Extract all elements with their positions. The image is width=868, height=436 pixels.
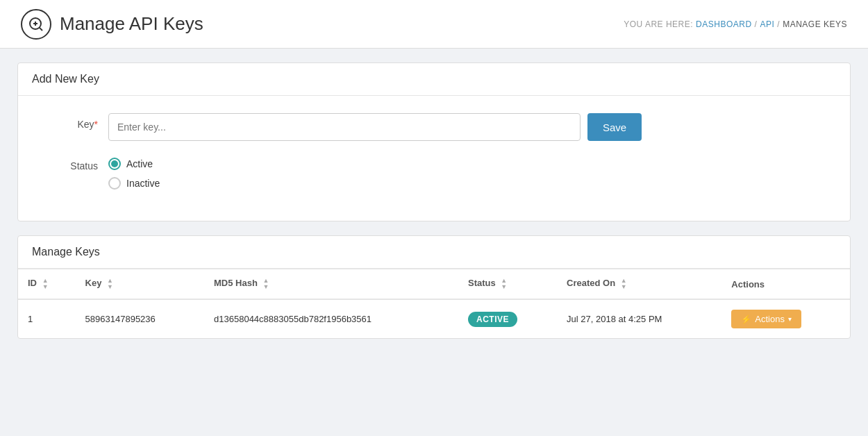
- status-label: Status: [39, 155, 108, 171]
- add-key-card-header: Add New Key: [18, 63, 850, 96]
- col-created-on[interactable]: Created On ▲▼: [557, 269, 721, 300]
- add-key-card: Add New Key Key* Save Status Active: [17, 62, 851, 221]
- header-left: Manage API Keys: [21, 9, 203, 40]
- cell-actions: ⚡ Actions ▾: [721, 299, 850, 338]
- radio-inactive-input[interactable]: [108, 177, 121, 190]
- col-md5hash[interactable]: MD5 Hash ▲▼: [204, 269, 458, 300]
- required-star: *: [94, 119, 98, 130]
- col-status[interactable]: Status ▲▼: [458, 269, 557, 300]
- sort-md5-icon: ▲▼: [263, 278, 269, 290]
- col-id[interactable]: ID ▲▼: [18, 269, 76, 300]
- manage-keys-card: Manage Keys ID ▲▼ Key ▲▼ MD5: [17, 235, 851, 339]
- breadcrumb-dashboard[interactable]: Dashboard: [696, 19, 752, 29]
- cell-created-on: Jul 27, 2018 at 4:25 PM: [557, 299, 721, 338]
- status-badge: ACTIVE: [468, 312, 517, 327]
- radio-inactive[interactable]: Inactive: [108, 177, 160, 190]
- manage-keys-title: Manage Keys: [32, 246, 100, 258]
- cell-id: 1: [18, 299, 76, 338]
- caret-down-icon: ▾: [788, 315, 792, 323]
- table-row: 1 58963147895236 d13658044c8883055db782f…: [18, 299, 850, 338]
- breadcrumb-prefix: YOU ARE HERE:: [624, 19, 693, 29]
- table-body: 1 58963147895236 d13658044c8883055db782f…: [18, 299, 850, 338]
- page-icon: [21, 9, 51, 40]
- table-header-row: ID ▲▼ Key ▲▼ MD5 Hash ▲▼ Status: [18, 269, 850, 300]
- radio-active-label: Active: [126, 158, 153, 169]
- cell-status: ACTIVE: [458, 299, 557, 338]
- key-form-group: Key* Save: [39, 113, 829, 141]
- status-form-group: Status Active Inactive: [39, 155, 829, 190]
- col-key[interactable]: Key ▲▼: [76, 269, 204, 300]
- sort-id-icon: ▲▼: [42, 278, 49, 290]
- key-input[interactable]: [108, 113, 581, 141]
- keys-table: ID ▲▼ Key ▲▼ MD5 Hash ▲▼ Status: [18, 269, 850, 338]
- page-title: Manage API Keys: [60, 13, 203, 35]
- sort-key-icon: ▲▼: [107, 278, 113, 290]
- breadcrumb-sep-2: /: [777, 19, 780, 29]
- svg-line-1: [40, 27, 42, 30]
- save-button[interactable]: Save: [587, 113, 642, 141]
- manage-keys-card-header: Manage Keys: [18, 236, 850, 269]
- cell-key: 58963147895236: [76, 299, 204, 338]
- sort-created-icon: ▲▼: [621, 278, 627, 290]
- actions-button[interactable]: ⚡ Actions ▾: [731, 310, 801, 328]
- bolt-icon: ⚡: [741, 315, 751, 324]
- breadcrumb-sep-1: /: [755, 19, 758, 29]
- table-wrapper: ID ▲▼ Key ▲▼ MD5 Hash ▲▼ Status: [18, 269, 850, 338]
- add-key-card-body: Key* Save Status Active Inactive: [18, 96, 850, 221]
- breadcrumb-api[interactable]: API: [760, 19, 774, 29]
- breadcrumb: YOU ARE HERE: Dashboard / API / Manage K…: [624, 19, 847, 29]
- main-content: Add New Key Key* Save Status Active: [0, 49, 868, 367]
- sort-status-icon: ▲▼: [501, 278, 507, 290]
- radio-active-input[interactable]: [108, 158, 121, 170]
- cell-md5hash: d13658044c8883055db782f1956b3561: [204, 299, 458, 338]
- page-header: Manage API Keys YOU ARE HERE: Dashboard …: [0, 0, 868, 49]
- radio-active[interactable]: Active: [108, 158, 160, 170]
- radio-inactive-label: Inactive: [126, 178, 160, 189]
- col-actions: Actions: [721, 269, 850, 300]
- key-label: Key*: [39, 113, 108, 130]
- actions-label: Actions: [755, 314, 785, 324]
- add-key-title: Add New Key: [32, 73, 99, 85]
- status-radio-group: Active Inactive: [108, 155, 160, 190]
- breadcrumb-current: Manage Keys: [783, 19, 847, 29]
